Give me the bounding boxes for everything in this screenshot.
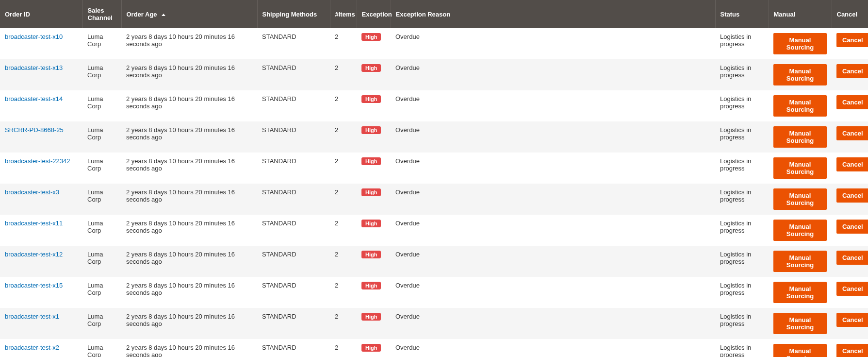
cell-shipping-methods: STANDARD <box>257 184 330 215</box>
manual-sourcing-button[interactable]: Manual Sourcing <box>773 251 827 272</box>
manual-sourcing-button[interactable]: Manual Sourcing <box>773 33 827 54</box>
cell-shipping-methods: STANDARD <box>257 59 330 90</box>
cell-status: Logistics in progress <box>715 28 769 59</box>
cell-sales-channel: Luma Corp <box>82 153 121 184</box>
cell-order-id: broadcaster-test-22342 <box>0 153 82 184</box>
cancel-button[interactable]: Cancel <box>836 313 868 327</box>
cell-shipping-methods: STANDARD <box>257 339 330 357</box>
cell-exception: High <box>357 28 391 59</box>
cell-order-id: broadcaster-test-x13 <box>0 59 82 90</box>
cell-status: Logistics in progress <box>715 215 769 246</box>
manual-sourcing-button[interactable]: Manual Sourcing <box>773 188 827 210</box>
cell-sales-channel: Luma Corp <box>82 308 121 339</box>
cell-cancel: Cancel <box>832 308 868 339</box>
cell-status: Logistics in progress <box>715 184 769 215</box>
orders-table: Order ID Sales Channel Order Age Shippin… <box>0 0 868 357</box>
cell-shipping-methods: STANDARD <box>257 28 330 59</box>
table-row: broadcaster-test-x11Luma Corp2 years 8 d… <box>0 215 868 246</box>
cell-items: 2 <box>330 308 357 339</box>
cell-order-age: 2 years 8 days 10 hours 20 minutes 16 se… <box>121 308 257 339</box>
manual-sourcing-button[interactable]: Manual Sourcing <box>773 95 827 117</box>
order-id-link[interactable]: broadcaster-test-x1 <box>5 313 59 320</box>
table-row: broadcaster-test-x14Luma Corp2 years 8 d… <box>0 90 868 121</box>
cell-order-id: broadcaster-test-x11 <box>0 215 82 246</box>
order-id-link[interactable]: SRCRR-PD-8668-25 <box>5 126 64 134</box>
exception-high-badge: High <box>361 344 381 352</box>
cell-order-id: broadcaster-test-x2 <box>0 339 82 357</box>
manual-sourcing-button[interactable]: Manual Sourcing <box>773 64 827 85</box>
order-id-link[interactable]: broadcaster-test-x3 <box>5 188 59 196</box>
cell-manual: Manual Sourcing <box>769 308 832 339</box>
cell-exception-reason: Overdue <box>391 215 715 246</box>
cell-exception: High <box>357 246 391 277</box>
cell-exception: High <box>357 59 391 90</box>
manual-sourcing-button[interactable]: Manual Sourcing <box>773 220 827 241</box>
cancel-button[interactable]: Cancel <box>836 126 868 140</box>
cancel-button[interactable]: Cancel <box>836 188 868 203</box>
cell-order-age: 2 years 8 days 10 hours 20 minutes 16 se… <box>121 215 257 246</box>
manual-sourcing-button[interactable]: Manual Sourcing <box>773 344 827 357</box>
cell-exception: High <box>357 339 391 357</box>
col-header-items[interactable]: #Items <box>330 0 357 28</box>
col-header-order-age[interactable]: Order Age <box>121 0 257 28</box>
col-header-cancel[interactable]: Cancel <box>832 0 868 28</box>
cancel-button[interactable]: Cancel <box>836 33 868 47</box>
col-header-exception-reason[interactable]: Exception Reason <box>391 0 715 28</box>
table-row: broadcaster-test-x13Luma Corp2 years 8 d… <box>0 59 868 90</box>
order-id-link[interactable]: broadcaster-test-x2 <box>5 344 59 351</box>
cell-status: Logistics in progress <box>715 153 769 184</box>
order-id-link[interactable]: broadcaster-test-x12 <box>5 251 63 258</box>
cell-cancel: Cancel <box>832 59 868 90</box>
cell-items: 2 <box>330 277 357 308</box>
cell-sales-channel: Luma Corp <box>82 246 121 277</box>
order-id-link[interactable]: broadcaster-test-x13 <box>5 64 63 71</box>
col-header-exception[interactable]: Exception <box>357 0 391 28</box>
cell-cancel: Cancel <box>832 28 868 59</box>
order-id-link[interactable]: broadcaster-test-x15 <box>5 282 63 289</box>
order-id-link[interactable]: broadcaster-test-22342 <box>5 157 70 165</box>
manual-sourcing-button[interactable]: Manual Sourcing <box>773 157 827 179</box>
cell-exception-reason: Overdue <box>391 246 715 277</box>
cell-exception-reason: Overdue <box>391 59 715 90</box>
cancel-button[interactable]: Cancel <box>836 95 868 109</box>
cancel-button[interactable]: Cancel <box>836 344 868 357</box>
cell-manual: Manual Sourcing <box>769 215 832 246</box>
order-id-link[interactable]: broadcaster-test-x11 <box>5 220 63 227</box>
order-id-link[interactable]: broadcaster-test-x14 <box>5 95 63 102</box>
cancel-button[interactable]: Cancel <box>836 251 868 265</box>
col-header-sales-channel[interactable]: Sales Channel <box>82 0 121 28</box>
col-header-order-id[interactable]: Order ID <box>0 0 82 28</box>
cell-exception-reason: Overdue <box>391 121 715 153</box>
cancel-button[interactable]: Cancel <box>836 64 868 78</box>
exception-high-badge: High <box>361 251 381 258</box>
manual-sourcing-button[interactable]: Manual Sourcing <box>773 282 827 303</box>
cancel-button[interactable]: Cancel <box>836 220 868 234</box>
cell-manual: Manual Sourcing <box>769 246 832 277</box>
cell-exception: High <box>357 184 391 215</box>
cell-order-id: broadcaster-test-x1 <box>0 308 82 339</box>
table-row: broadcaster-test-x12Luma Corp2 years 8 d… <box>0 246 868 277</box>
cancel-button[interactable]: Cancel <box>836 282 868 296</box>
manual-sourcing-button[interactable]: Manual Sourcing <box>773 313 827 334</box>
cell-manual: Manual Sourcing <box>769 28 832 59</box>
manual-sourcing-button[interactable]: Manual Sourcing <box>773 126 827 148</box>
cell-items: 2 <box>330 59 357 90</box>
cell-manual: Manual Sourcing <box>769 121 832 153</box>
cell-exception: High <box>357 277 391 308</box>
cancel-button[interactable]: Cancel <box>836 157 868 171</box>
cell-items: 2 <box>330 215 357 246</box>
cell-order-age: 2 years 8 days 10 hours 20 minutes 16 se… <box>121 277 257 308</box>
order-id-link[interactable]: broadcaster-test-x10 <box>5 33 63 40</box>
cell-exception: High <box>357 90 391 121</box>
cell-order-age: 2 years 8 days 10 hours 20 minutes 16 se… <box>121 153 257 184</box>
cell-order-age: 2 years 8 days 10 hours 20 minutes 16 se… <box>121 246 257 277</box>
cell-order-id: broadcaster-test-x12 <box>0 246 82 277</box>
col-header-status[interactable]: Status <box>715 0 769 28</box>
col-header-shipping-methods[interactable]: Shipping Methods <box>257 0 330 28</box>
cell-order-id: SRCRR-PD-8668-25 <box>0 121 82 153</box>
cell-sales-channel: Luma Corp <box>82 277 121 308</box>
cell-exception-reason: Overdue <box>391 90 715 121</box>
exception-high-badge: High <box>361 313 381 321</box>
col-header-manual[interactable]: Manual <box>769 0 832 28</box>
cell-cancel: Cancel <box>832 215 868 246</box>
